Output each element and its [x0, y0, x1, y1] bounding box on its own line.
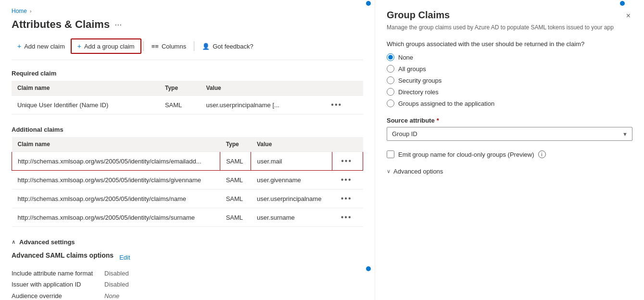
advanced-options-label: Advanced options	[393, 168, 443, 175]
include-attr-label: Include attribute name format	[12, 268, 93, 279]
radio-all-groups-input[interactable]	[387, 65, 394, 73]
additional-claim-name-4: http://schemas.xmlsoap.org/ws/2005/05/id…	[12, 208, 220, 227]
breadcrumb-home[interactable]: Home	[12, 8, 27, 14]
additional-claim-name-1: http://schemas.xmlsoap.org/ws/2005/05/id…	[12, 152, 220, 171]
table-row: http://schemas.xmlsoap.org/ws/2005/05/id…	[12, 208, 363, 227]
panel-header: Group Claims ×	[387, 10, 632, 22]
required-claim-name: Unique User Identifier (Name ID)	[12, 96, 159, 114]
radio-assigned-groups-input[interactable]	[387, 100, 394, 107]
include-attr-value: Disabled	[104, 268, 129, 279]
issuer-label: Issuer with application ID	[12, 279, 93, 290]
settings-values: Disabled Disabled None	[104, 268, 129, 300]
additional-col-actions	[332, 137, 363, 152]
radio-security-groups-input[interactable]	[387, 76, 394, 84]
required-claim-value: user.userprincipalname [...	[200, 96, 322, 114]
breadcrumb-separator: ›	[30, 9, 31, 14]
source-attribute-select[interactable]: Group ID sAMAccountName NetbiosDomain\sA…	[387, 127, 632, 141]
additional-row-menu-button-2[interactable]: •••	[338, 175, 355, 185]
table-row: http://schemas.xmlsoap.org/ws/2005/05/id…	[12, 171, 363, 189]
additional-claim-type-2: SAML	[220, 171, 251, 189]
toolbar-divider-1	[143, 41, 144, 51]
edit-advanced-link[interactable]: Edit	[119, 254, 130, 261]
table-row: http://schemas.xmlsoap.org/ws/2005/05/id…	[12, 189, 363, 208]
audience-none: None	[104, 292, 119, 300]
additional-claim-value-1: user.mail	[251, 152, 332, 171]
radio-all-groups[interactable]: All groups	[387, 65, 632, 73]
add-new-claim-button[interactable]: + Add new claim	[12, 39, 71, 53]
required-claim-type: SAML	[159, 96, 200, 114]
additional-col-type: Type	[220, 137, 251, 152]
radio-none-label: None	[398, 54, 413, 61]
advanced-saml-content: Advanced SAML claims options Edit Includ…	[12, 251, 363, 300]
breadcrumb: Home ›	[12, 8, 363, 14]
radio-none[interactable]: None	[387, 53, 632, 61]
settings-values-block: Include attribute name format Issuer wit…	[12, 268, 363, 300]
required-row-menu-button[interactable]: •••	[328, 100, 345, 110]
close-panel-button[interactable]: ×	[624, 10, 632, 22]
advanced-settings-section: ∧ Advanced settings Advanced SAML claims…	[12, 238, 363, 300]
emit-checkbox[interactable]	[387, 150, 394, 158]
add-new-claim-icon: +	[17, 42, 21, 50]
columns-icon: ≡≡	[152, 43, 159, 50]
additional-claim-type-4: SAML	[220, 208, 251, 227]
additional-col-name: Claim name	[12, 137, 220, 152]
columns-button[interactable]: ≡≡ Columns	[146, 40, 192, 53]
table-row: Unique User Identifier (Name ID) SAML us…	[12, 96, 363, 114]
radio-security-groups-label: Security groups	[398, 77, 442, 84]
additional-claim-value-3: user.userprincipalname	[251, 189, 332, 208]
source-attribute-wrapper: Group ID sAMAccountName NetbiosDomain\sA…	[387, 127, 632, 141]
radio-security-groups[interactable]: Security groups	[387, 76, 632, 84]
group-question: Which groups associated with the user sh…	[387, 40, 632, 48]
panel-subtitle: Manage the group claims used by Azure AD…	[387, 24, 632, 31]
advanced-options-chevron: ∨	[387, 168, 391, 175]
additional-row-menu-button-1[interactable]: •••	[338, 156, 355, 166]
info-icon[interactable]: i	[538, 150, 546, 158]
required-claims-table: Claim name Type Value Unique User Identi…	[12, 81, 363, 114]
additional-col-value: Value	[251, 137, 332, 152]
emit-checkbox-row: Emit group name for cloud-only groups (P…	[387, 150, 632, 158]
radio-all-groups-label: All groups	[398, 65, 426, 73]
blue-dot-right-top	[620, 1, 625, 6]
page-title: Attributes & Claims ···	[12, 18, 363, 31]
add-group-claim-button[interactable]: + Add a group claim	[71, 38, 141, 54]
chevron-icon: ∧	[12, 239, 15, 245]
radio-none-input[interactable]	[387, 53, 394, 61]
panel-title: Group Claims	[387, 10, 450, 21]
required-col-name: Claim name	[12, 81, 159, 96]
audience-value: None	[104, 290, 129, 300]
radio-directory-roles-label: Directory roles	[398, 88, 439, 96]
add-group-claim-icon: +	[77, 42, 81, 50]
additional-claim-value-2: user.givenname	[251, 171, 332, 189]
radio-assigned-groups[interactable]: Groups assigned to the application	[387, 100, 632, 107]
required-col-actions	[322, 81, 363, 96]
additional-claim-name-2: http://schemas.xmlsoap.org/ws/2005/05/id…	[12, 171, 220, 189]
required-col-type: Type	[159, 81, 200, 96]
additional-claim-type-3: SAML	[220, 189, 251, 208]
required-star: *	[437, 117, 439, 124]
additional-row-menu-button-3[interactable]: •••	[338, 193, 355, 204]
advanced-saml-title: Advanced SAML claims options	[12, 251, 114, 259]
advanced-settings-toggle[interactable]: ∧ Advanced settings	[12, 238, 363, 246]
toolbar-divider-2	[194, 41, 194, 51]
additional-claims-title: Additional claims	[12, 126, 363, 133]
radio-directory-roles[interactable]: Directory roles	[387, 88, 632, 96]
feedback-button[interactable]: 👤 Got feedback?	[196, 40, 259, 53]
right-panel: Group Claims × Manage the group claims u…	[375, 0, 644, 300]
blue-dot-top	[366, 1, 371, 6]
settings-labels: Include attribute name format Issuer wit…	[12, 268, 93, 300]
radio-assigned-groups-label: Groups assigned to the application	[398, 100, 494, 107]
required-claims-title: Required claim	[12, 70, 363, 77]
table-row: http://schemas.xmlsoap.org/ws/2005/05/id…	[12, 152, 363, 171]
source-attribute-label: Source attribute *	[387, 117, 632, 124]
additional-claim-name-3: http://schemas.xmlsoap.org/ws/2005/05/id…	[12, 189, 220, 208]
additional-row-menu-button-4[interactable]: •••	[338, 212, 355, 223]
audience-label: Audience override	[12, 290, 93, 300]
radio-directory-roles-input[interactable]	[387, 88, 394, 96]
additional-claim-type-1: SAML	[220, 152, 251, 171]
advanced-options-toggle[interactable]: ∨ Advanced options	[387, 168, 632, 175]
additional-claim-value-4: user.surname	[251, 208, 332, 227]
left-panel: Home › Attributes & Claims ··· + Add new…	[0, 0, 375, 300]
more-options-icon[interactable]: ···	[114, 20, 122, 30]
additional-claims-table: Claim name Type Value http://schemas.xml…	[12, 137, 363, 227]
issuer-value: Disabled	[104, 279, 129, 290]
